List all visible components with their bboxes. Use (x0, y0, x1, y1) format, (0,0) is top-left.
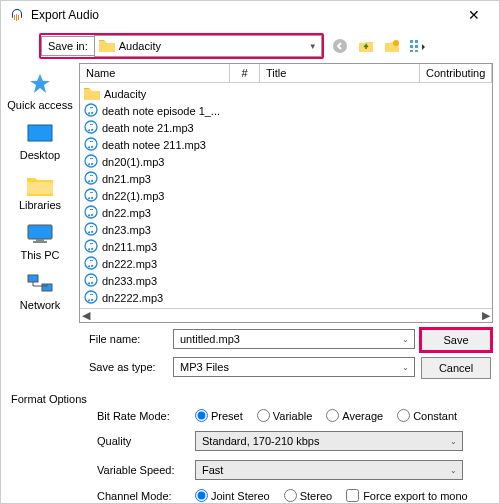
svg-point-21 (85, 189, 97, 201)
svg-rect-14 (28, 275, 38, 282)
file-list-header: Name # Title Contributing (80, 64, 492, 83)
file-name: death notee 211.mp3 (102, 139, 206, 151)
speed-combo[interactable]: Fast ⌄ (195, 460, 463, 480)
list-item[interactable]: dn222.mp3 (80, 255, 492, 272)
file-list-body[interactable]: Audacitydeath note episode 1_...death no… (80, 83, 492, 308)
bitrate-group: Preset Variable Average Constant (195, 409, 457, 422)
svg-rect-3 (410, 45, 413, 48)
close-icon[interactable]: ✕ (457, 7, 491, 23)
channel-group: Joint Stereo Stereo Force export to mono (195, 489, 468, 502)
svg-rect-2 (410, 40, 413, 43)
toolbar: Save in: Audacity ▼ (1, 29, 499, 63)
chevron-down-icon: ▼ (309, 42, 317, 51)
list-item[interactable]: dn23.mp3 (80, 221, 492, 238)
up-folder-icon[interactable] (356, 36, 376, 56)
chevron-down-icon: ⌄ (402, 335, 409, 344)
bitrate-variable[interactable]: Variable (257, 409, 313, 422)
file-name: dn233.mp3 (102, 275, 157, 287)
force-mono-checkbox[interactable]: Force export to mono (346, 489, 468, 502)
bitrate-preset[interactable]: Preset (195, 409, 243, 422)
audio-file-icon (84, 222, 98, 238)
svg-point-26 (85, 274, 97, 286)
svg-point-27 (85, 291, 97, 303)
channel-stereo[interactable]: Stereo (284, 489, 332, 502)
list-item[interactable]: dn233.mp3 (80, 272, 492, 289)
svg-rect-4 (410, 50, 413, 52)
file-name: death note episode 1_... (102, 105, 220, 117)
svg-rect-8 (28, 125, 52, 141)
list-item[interactable]: death note episode 1_... (80, 102, 492, 119)
filename-input[interactable]: untitled.mp3 ⌄ (173, 329, 415, 349)
list-item[interactable]: dn211.mp3 (80, 238, 492, 255)
list-item[interactable]: dn21.mp3 (80, 170, 492, 187)
list-item[interactable]: death note 21.mp3 (80, 119, 492, 136)
bitrate-label: Bit Rate Mode: (97, 410, 187, 422)
file-name: death note 21.mp3 (102, 122, 194, 134)
bitrate-constant[interactable]: Constant (397, 409, 457, 422)
list-item[interactable]: dn22.mp3 (80, 204, 492, 221)
quality-label: Quality (97, 435, 187, 447)
horizontal-scrollbar[interactable]: ◀▶ (80, 308, 492, 322)
titlebar: Export Audio ✕ (1, 1, 499, 29)
list-item[interactable]: dn20(1).mp3 (80, 153, 492, 170)
audio-file-icon (84, 239, 98, 255)
network-icon (5, 271, 75, 299)
bitrate-average[interactable]: Average (326, 409, 383, 422)
audio-file-icon (84, 273, 98, 289)
col-hash[interactable]: # (230, 64, 260, 82)
col-title[interactable]: Title (260, 64, 420, 82)
file-name: dn211.mp3 (102, 241, 157, 253)
save-as-type-combo[interactable]: MP3 Files ⌄ (173, 357, 415, 377)
svg-point-17 (85, 121, 97, 133)
svg-point-1 (393, 40, 399, 46)
desktop-icon (5, 121, 75, 149)
channel-joint[interactable]: Joint Stereo (195, 489, 270, 502)
place-quick-access[interactable]: Quick access (5, 67, 75, 115)
svg-point-0 (333, 39, 347, 53)
file-list: Name # Title Contributing Audacitydeath … (79, 63, 493, 323)
list-item[interactable]: Audacity (80, 85, 492, 102)
file-name: dn2222.mp3 (102, 292, 163, 304)
back-icon[interactable] (330, 36, 350, 56)
quality-combo[interactable]: Standard, 170-210 kbps ⌄ (195, 431, 463, 451)
file-name: dn21.mp3 (102, 173, 151, 185)
place-libraries[interactable]: Libraries (5, 167, 75, 215)
save-in-label: Save in: (41, 36, 94, 56)
audio-file-icon (84, 120, 98, 136)
window-title: Export Audio (31, 8, 457, 22)
svg-rect-6 (415, 45, 418, 48)
save-as-type-label: Save as type: (89, 361, 165, 373)
save-in-value: Audacity (119, 40, 161, 52)
file-name: Audacity (104, 88, 146, 100)
list-item[interactable]: dn2222.mp3 (80, 289, 492, 306)
libraries-icon (5, 171, 75, 199)
place-network[interactable]: Network (5, 267, 75, 315)
svg-point-22 (85, 206, 97, 218)
place-this-pc[interactable]: This PC (5, 217, 75, 265)
place-desktop[interactable]: Desktop (5, 117, 75, 165)
col-name[interactable]: Name (80, 64, 230, 82)
filename-label: File name: (89, 333, 165, 345)
save-button[interactable]: Save (421, 329, 491, 351)
svg-point-23 (85, 223, 97, 235)
audio-file-icon (84, 154, 98, 170)
audio-file-icon (84, 290, 98, 306)
list-item[interactable]: death notee 211.mp3 (80, 136, 492, 153)
col-contrib[interactable]: Contributing (420, 64, 492, 82)
folder-icon (84, 86, 100, 102)
chevron-down-icon: ⌄ (450, 466, 457, 475)
audio-file-icon (84, 205, 98, 221)
file-name: dn22(1).mp3 (102, 190, 164, 202)
save-in-combo[interactable]: Audacity ▼ (94, 35, 322, 57)
view-menu-icon[interactable] (408, 36, 428, 56)
audio-file-icon (84, 137, 98, 153)
list-item[interactable]: dn22(1).mp3 (80, 187, 492, 204)
svg-rect-5 (415, 40, 418, 43)
places-bar: Quick access Desktop Libraries This PC N… (1, 63, 79, 323)
svg-point-18 (85, 138, 97, 150)
svg-point-16 (85, 104, 97, 116)
cancel-button[interactable]: Cancel (421, 357, 491, 379)
svg-rect-11 (28, 225, 52, 239)
new-folder-icon[interactable] (382, 36, 402, 56)
chevron-down-icon: ⌄ (402, 363, 409, 372)
